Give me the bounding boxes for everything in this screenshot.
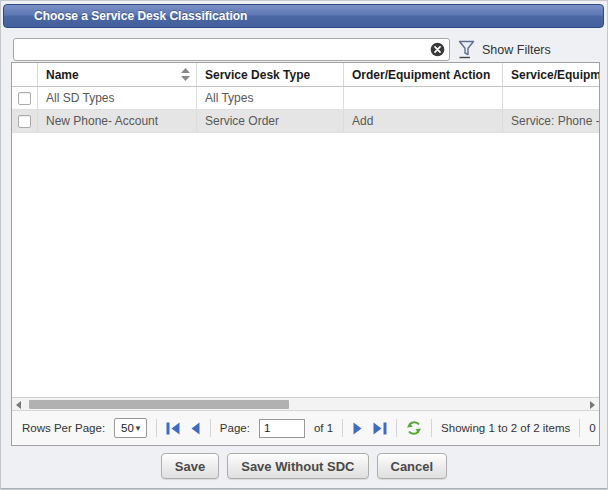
table-row[interactable]: All SD Types All Types <box>12 87 600 110</box>
divider <box>342 419 343 437</box>
next-page-icon <box>352 422 363 435</box>
first-page-icon <box>166 422 181 435</box>
column-header-name[interactable]: Name <box>38 63 197 86</box>
refresh-icon <box>406 420 422 436</box>
cell-order-equipment-action <box>344 87 503 109</box>
divider <box>156 419 157 437</box>
page-label: Page: <box>220 422 250 434</box>
row-checkbox[interactable] <box>18 115 31 128</box>
divider <box>396 419 397 437</box>
search-row: Show Filters <box>13 38 600 62</box>
page-number-input[interactable] <box>259 419 305 438</box>
cell-service-desk-type: Service Order <box>197 110 344 132</box>
scroll-right-icon[interactable] <box>590 401 595 409</box>
sort-icon[interactable] <box>181 68 190 81</box>
select-all-header-cell <box>12 63 38 86</box>
dialog-titlebar[interactable]: Choose a Service Desk Classification <box>3 4 604 28</box>
next-page-button[interactable] <box>352 422 363 435</box>
cell-service-desk-type: All Types <box>197 87 344 109</box>
show-filters-label: Show Filters <box>482 43 551 57</box>
column-header-service-desk-type[interactable]: Service Desk Type <box>197 63 344 86</box>
results-grid: Name Service Desk Type Order/Equipment A… <box>11 62 600 446</box>
refresh-button[interactable] <box>406 420 422 436</box>
clear-search-icon[interactable] <box>430 42 445 57</box>
items-selected-text: 0 items selected <box>589 422 599 434</box>
prev-page-icon <box>190 422 201 435</box>
dialog-footer: Save Save Without SDC Cancel <box>0 453 608 479</box>
scrollbar-thumb[interactable] <box>29 400 289 409</box>
row-checkbox[interactable] <box>18 92 31 105</box>
save-without-sdc-button[interactable]: Save Without SDC <box>227 453 368 479</box>
cell-name: All SD Types <box>38 87 197 109</box>
cell-service-equipment: Service: Phone - P <box>503 110 600 132</box>
save-button[interactable]: Save <box>161 453 219 479</box>
last-page-button[interactable] <box>372 422 387 435</box>
pagination-bar: Rows Per Page: 50 ▼ Page: of 1 <box>12 410 599 445</box>
cancel-button[interactable]: Cancel <box>377 453 448 479</box>
show-filters-button[interactable]: Show Filters <box>458 38 551 61</box>
page-of-label: of 1 <box>314 422 333 434</box>
last-page-icon <box>372 422 387 435</box>
cell-name: New Phone- Account <box>38 110 197 132</box>
table-header-row: Name Service Desk Type Order/Equipment A… <box>12 63 600 87</box>
prev-page-button[interactable] <box>190 422 201 435</box>
divider <box>579 419 580 437</box>
filter-icon <box>458 40 475 59</box>
divider <box>431 419 432 437</box>
column-header-service-equipment[interactable]: Service/Equipment <box>503 63 600 86</box>
rows-per-page-label: Rows Per Page: <box>22 422 105 434</box>
column-header-name-label: Name <box>46 68 79 82</box>
divider <box>210 419 211 437</box>
first-page-button[interactable] <box>166 422 181 435</box>
search-box <box>13 38 450 61</box>
rows-per-page-value: 50 <box>121 422 134 434</box>
search-input[interactable] <box>13 38 450 61</box>
cell-service-equipment <box>503 87 600 109</box>
dropdown-arrow-icon: ▼ <box>134 424 142 433</box>
scroll-left-icon[interactable] <box>16 401 21 409</box>
showing-items-text: Showing 1 to 2 of 2 items <box>441 422 570 434</box>
horizontal-scrollbar[interactable] <box>12 397 599 410</box>
column-header-order-equipment-action[interactable]: Order/Equipment Action <box>344 63 503 86</box>
rows-per-page-select[interactable]: 50 ▼ <box>114 418 147 438</box>
table-row[interactable]: New Phone- Account Service Order Add Ser… <box>12 110 600 133</box>
cell-order-equipment-action: Add <box>344 110 503 132</box>
dialog-title: Choose a Service Desk Classification <box>34 9 247 23</box>
